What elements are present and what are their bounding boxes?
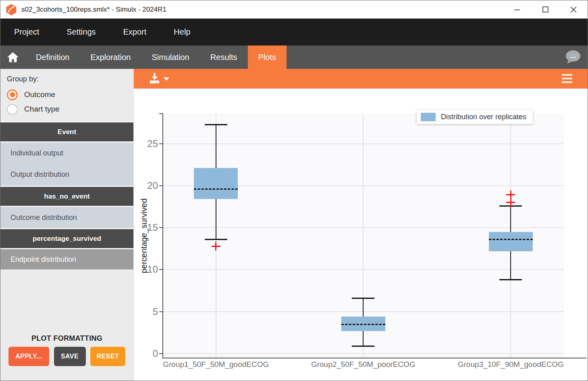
close-button[interactable] — [559, 0, 588, 19]
y-tick-label: 0 — [140, 348, 158, 359]
y-tick-mark — [159, 353, 163, 354]
maximize-button[interactable] — [531, 0, 559, 19]
app-window: s02_3cohorts_100reps.smlx* - Simulx - 20… — [0, 0, 588, 381]
y-tick-mark — [159, 185, 163, 186]
tab-simulation[interactable]: Simulation — [141, 46, 199, 69]
y-tick-label: 15 — [140, 222, 158, 233]
maximize-icon — [542, 6, 549, 12]
y-axis-top-tick — [159, 113, 163, 114]
apply-button[interactable]: APPLY... — [8, 347, 49, 366]
minimize-button[interactable] — [503, 0, 531, 19]
menu-icon[interactable] — [562, 74, 572, 85]
minimize-icon — [514, 6, 520, 13]
menu-bar: ProjectSettingsExportHelp — [0, 19, 588, 46]
sidebar-item-individual-output[interactable]: Individual output — [0, 141, 133, 164]
chat-icon[interactable] — [563, 49, 581, 65]
tab-definition[interactable]: Definition — [25, 46, 80, 69]
legend-label: Distribution over replicates — [441, 113, 526, 121]
window-controls — [503, 0, 588, 19]
x-tick-label-group3: Group3_10F_90M_goodECOG — [458, 360, 564, 369]
sidebar: Group by: OutcomeChart type EventIndivid… — [0, 69, 134, 381]
reset-button[interactable]: RESET — [90, 347, 125, 366]
tab-exploration[interactable]: Exploration — [80, 46, 141, 69]
group-by-option-outcome[interactable]: Outcome — [7, 87, 128, 102]
group-by-panel: Group by: OutcomeChart type — [0, 69, 133, 121]
legend-swatch — [421, 113, 436, 121]
box-group-3 — [163, 114, 564, 358]
group-by-label: Group by: — [7, 75, 128, 83]
whisker-lower — [510, 251, 511, 280]
download-icon — [149, 72, 160, 84]
y-tick-label: 20 — [140, 180, 158, 191]
menu-item-help[interactable]: Help — [160, 19, 204, 46]
plot-toolbar — [134, 69, 588, 89]
median-line — [489, 239, 533, 240]
sidebar-header-percentage_survived: percentage_survived — [0, 228, 133, 248]
sidebar-item-endpoint-distribution[interactable]: Endpoint distribution — [0, 248, 133, 269]
home-tab[interactable] — [0, 46, 25, 69]
y-axis-line — [162, 114, 163, 358]
tab-plots[interactable]: Plots — [248, 46, 287, 69]
y-tick-mark — [159, 143, 163, 144]
y-tick-label: 10 — [140, 264, 158, 275]
radio-unselected-icon — [7, 104, 18, 115]
export-plot-button[interactable] — [149, 72, 169, 84]
sidebar-header-has_no_event: has_no_event — [0, 186, 133, 206]
menu-item-settings[interactable]: Settings — [53, 19, 109, 46]
sidebar-header-event: Event — [0, 121, 133, 141]
whisker-cap-lower — [499, 279, 522, 280]
y-tick-mark — [159, 311, 163, 312]
radio-selected-icon — [7, 89, 18, 100]
legend: Distribution over replicates — [417, 110, 533, 124]
window-title: s02_3cohorts_100reps.smlx* - Simulx - 20… — [21, 6, 166, 14]
tab-results[interactable]: Results — [200, 46, 248, 69]
title-bar: s02_3cohorts_100reps.smlx* - Simulx - 20… — [0, 0, 588, 19]
radio-label: Outcome — [24, 90, 55, 99]
group-by-option-chart-type[interactable]: Chart type — [7, 102, 128, 116]
boxplot-chart: percentage_survived 0510152025Group1_50F… — [134, 89, 588, 381]
y-tick-label: 25 — [140, 138, 158, 149]
close-icon — [570, 6, 577, 13]
menu-item-project[interactable]: Project — [0, 19, 53, 46]
whisker-upper — [510, 206, 511, 232]
plot-formatting-label: PLOT FORMATTING — [0, 334, 133, 343]
app-icon — [5, 4, 17, 16]
tab-bar: DefinitionExplorationSimulationResultsPl… — [0, 46, 588, 69]
outlier-marker — [506, 198, 515, 207]
y-axis-label: percentage_survived — [139, 114, 149, 358]
menu-item-export[interactable]: Export — [110, 19, 160, 46]
box-iqr — [489, 232, 533, 251]
home-icon — [7, 52, 19, 63]
y-tick-label: 5 — [140, 306, 158, 317]
plot-region — [163, 114, 564, 358]
radio-label: Chart type — [24, 105, 60, 114]
sidebar-item-outcome-distribution[interactable]: Outcome distribution — [0, 206, 133, 228]
y-tick-mark — [159, 227, 163, 228]
y-tick-mark — [159, 269, 163, 270]
x-tick-label-group1: Group1_50F_50M_goodECOG — [163, 360, 269, 369]
x-axis-line — [162, 358, 586, 358]
x-tick-label-group2: Group2_50F_50M_poorECOG — [311, 360, 416, 369]
dropdown-caret-icon — [164, 77, 169, 81]
main-panel: percentage_survived 0510152025Group1_50F… — [134, 69, 588, 381]
save-button[interactable]: SAVE — [54, 347, 86, 366]
sidebar-item-output-distribution[interactable]: Output distribution — [0, 164, 133, 186]
